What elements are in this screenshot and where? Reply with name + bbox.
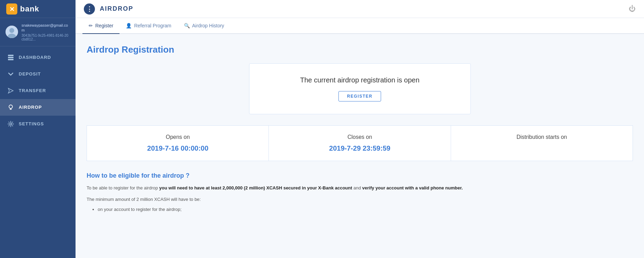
topbar-title: AIRDROP (100, 5, 133, 12)
closes-label: Closes on (276, 134, 443, 140)
svg-rect-6 (8, 57, 14, 58)
sidebar-user: snakewaypasser@gmail.com 3043b751-9c25-4… (0, 18, 76, 46)
sidebar-logo: ✕ bank (0, 0, 76, 18)
avatar (6, 26, 18, 38)
sidebar-item-label-deposit: DEPOSIT (19, 71, 41, 77)
lightbulb-icon (7, 104, 15, 111)
register-tab-icon: ✏ (89, 23, 93, 28)
eligibility-bold1: you will need to have at least 2,000,000… (159, 185, 352, 190)
opens-label: Opens on (94, 134, 262, 140)
referral-tab-icon: 👤 (126, 23, 132, 28)
sidebar-item-transfer[interactable]: TRANSFER (0, 82, 76, 99)
svg-marker-8 (8, 88, 13, 93)
sidebar-item-label-airdrop: AIRDROP (19, 105, 42, 110)
power-icon: ⏻ (629, 5, 636, 12)
list-item: on your account to register for the aird… (98, 205, 633, 213)
history-tab-icon: 🔍 (184, 23, 190, 28)
sidebar-item-airdrop[interactable]: AIRDROP (0, 99, 76, 116)
svg-rect-7 (8, 59, 14, 60)
registration-status: The current airdrop registration is open (258, 76, 462, 84)
closes-value: 2019-7-29 23:59:59 (276, 144, 443, 152)
sidebar-item-label-transfer: TRANSFER (19, 88, 46, 93)
svg-point-12 (10, 123, 12, 125)
eligibility-minimum-text: The minimum amount of 2 million XCASH wi… (87, 197, 633, 202)
svg-rect-5 (8, 55, 14, 56)
registration-box: The current airdrop registration is open… (249, 63, 471, 114)
user-info: snakewaypasser@gmail.com 3043b751-9c25-4… (21, 23, 70, 41)
user-email: snakewaypasser@gmail.com (21, 23, 70, 33)
chevron-down-icon (7, 70, 15, 78)
sidebar-item-label-dashboard: DASHBOARD (19, 55, 51, 60)
tabs-bar: ✏ Register 👤 Referral Program 🔍 Airdrop … (76, 18, 644, 34)
send-icon (7, 87, 15, 95)
sidebar-item-label-settings: SETTINGS (19, 121, 44, 126)
logo-icon: ✕ (6, 3, 17, 15)
tab-referral[interactable]: 👤 Referral Program (120, 18, 177, 34)
topbar: ⋮ AIRDROP ⏻ (76, 0, 644, 18)
tab-register[interactable]: ✏ Register (82, 18, 120, 34)
register-button[interactable]: REGISTER (338, 91, 381, 101)
tab-history-label: Airdrop History (192, 23, 224, 28)
eligibility-list: on your account to register for the aird… (87, 205, 633, 213)
info-card-opens: Opens on 2019-7-16 00:00:00 (87, 125, 269, 161)
svg-text:✕: ✕ (9, 6, 15, 13)
sidebar-nav: DASHBOARD DEPOSIT TRANSFER (0, 46, 76, 132)
eligibility-title: How to be eligible for the airdrop ? (87, 172, 633, 179)
info-card-distribution: Distribution starts on (451, 125, 633, 161)
info-card-closes: Closes on 2019-7-29 23:59:59 (269, 125, 451, 161)
sidebar-item-deposit[interactable]: DEPOSIT (0, 66, 76, 82)
tab-referral-label: Referral Program (134, 23, 171, 28)
opens-value: 2019-7-16 00:00:00 (94, 144, 262, 152)
topbar-menu-button[interactable]: ⋮ (84, 3, 95, 15)
menu-dots-icon: ⋮ (86, 5, 92, 13)
info-cards: Opens on 2019-7-16 00:00:00 Closes on 20… (87, 125, 633, 161)
svg-point-3 (9, 28, 14, 33)
sidebar-item-dashboard[interactable]: DASHBOARD (0, 49, 76, 66)
power-button[interactable]: ⏻ (629, 5, 636, 13)
user-id: 3043b751-9c25-4981-8146-20cbd812... (21, 34, 70, 41)
main-content: ⋮ AIRDROP ⏻ ✏ Register 👤 Referral Progra… (76, 0, 644, 258)
page-content: Airdrop Registration The current airdrop… (76, 34, 644, 258)
eligibility-paragraph: To be able to register for the airdrop y… (87, 184, 633, 192)
logo-text: bank (20, 5, 39, 14)
eligibility-bold2: verify your account with a valid phone n… (362, 185, 463, 190)
distribution-label: Distribution starts on (458, 134, 626, 140)
tab-register-label: Register (95, 23, 113, 28)
svg-point-9 (9, 105, 12, 108)
gear-icon (7, 120, 15, 128)
sidebar-item-settings[interactable]: SETTINGS (0, 116, 76, 132)
eligibility-section: How to be eligible for the airdrop ? To … (87, 172, 633, 213)
layers-icon (7, 54, 15, 61)
page-title: Airdrop Registration (87, 44, 633, 55)
tab-history[interactable]: 🔍 Airdrop History (178, 18, 231, 34)
sidebar: ✕ bank snakewaypasser@gmail.com 3043b751… (0, 0, 76, 258)
